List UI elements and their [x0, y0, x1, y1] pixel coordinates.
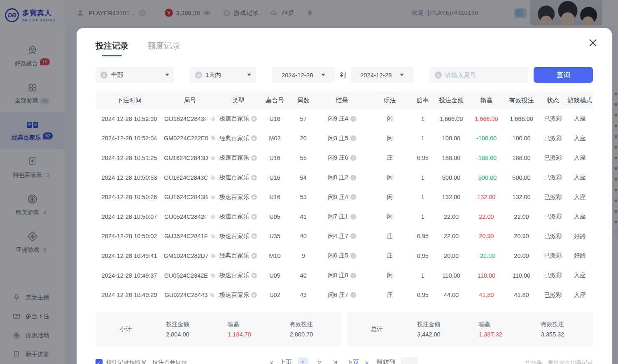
category-value: 全部 [111, 71, 123, 79]
copy-icon[interactable] [210, 214, 216, 220]
modal-tabs: 投注记录 额度记录 [96, 40, 593, 56]
next-page-button[interactable]: 下页 [347, 359, 359, 364]
play-video-icon[interactable]: ▶ [251, 253, 257, 259]
date-to-value: 2024-12-28 [360, 72, 392, 79]
copy-icon[interactable] [210, 273, 216, 278]
cell-valid: 500.00 [504, 174, 539, 181]
cell-bet: 188.00 [433, 155, 469, 161]
cell-odds: 1 [412, 213, 433, 220]
cell-valid: 188.00 [504, 155, 539, 161]
play-video-icon[interactable]: ▶ [251, 175, 257, 181]
cell-id: GU1624C2843F [163, 116, 217, 122]
info-icon[interactable]: i [350, 155, 356, 161]
info-icon[interactable]: i [350, 214, 356, 220]
total-count: 共26条 [525, 359, 542, 364]
copy-icon[interactable] [210, 175, 216, 181]
subtotal-valid-value: 2,800.70 [290, 331, 313, 338]
cell-round: 41 [290, 213, 317, 220]
cell-result: 闲7 庄1i [317, 213, 368, 220]
info-icon[interactable]: i [350, 175, 356, 181]
record-stats: 共26条 每页显示10条记录 [418, 359, 593, 364]
prev-page-button[interactable]: 上页 [280, 359, 292, 364]
copy-icon[interactable] [210, 292, 215, 298]
copy-icon[interactable] [210, 194, 216, 200]
cell-wl: -188.00 [469, 155, 504, 161]
tab-bet-records[interactable]: 投注记录 [96, 40, 128, 56]
cell-mode: 入座 [567, 134, 593, 142]
date-from-value: 2024-12-28 [282, 72, 313, 79]
cell-valid: 100.00 [504, 135, 539, 141]
merge-checkbox[interactable]: ✓ [96, 359, 103, 364]
column-header: 类型 [217, 97, 260, 104]
prev-arrow-icon[interactable]: < [270, 359, 274, 364]
cell-valid: 132.00 [504, 194, 539, 200]
info-icon[interactable]: i [350, 194, 356, 200]
copy-icon[interactable] [210, 135, 216, 141]
cell-bet: 44.00 [433, 292, 469, 298]
category-select[interactable]: ♠ 全部 [96, 67, 174, 83]
cell-odds: 1 [412, 116, 433, 122]
round-search-input[interactable] [445, 72, 523, 79]
cell-bet: 100.00 [433, 135, 469, 141]
date-from-picker[interactable]: 2024-12-28 [272, 67, 335, 83]
period-select[interactable]: ◷ 1天内 [190, 67, 256, 83]
play-video-icon[interactable]: ▶ [251, 273, 257, 278]
round-search-box: ◎ [430, 67, 528, 83]
play-video-icon[interactable]: ▶ [251, 194, 257, 200]
cell-status: 已派彩 [539, 291, 567, 299]
page-button-3[interactable]: 3 [331, 357, 341, 364]
play-video-icon[interactable]: ▶ [251, 292, 257, 298]
query-button[interactable]: 查询 [534, 67, 593, 83]
cell-type: 经典百家乐▶ [217, 252, 260, 260]
cell-type: 极速百家乐▶ [217, 213, 260, 220]
play-video-icon[interactable]: ▶ [251, 135, 257, 141]
next-arrow-icon[interactable]: > [365, 359, 369, 364]
info-icon[interactable]: i [350, 116, 356, 122]
cell-result: 闲8 庄0i [317, 271, 368, 279]
column-header: 输赢 [469, 97, 504, 104]
caret-down-icon [321, 74, 325, 76]
cell-odds: 1 [412, 135, 433, 141]
cell-time: 2024-12-28 10:51:25 [96, 155, 163, 161]
tab-quota-records[interactable]: 额度记录 [147, 40, 180, 56]
cell-id: GU0524C2842E [163, 272, 217, 279]
copy-icon[interactable] [210, 253, 216, 259]
table-row: 2024-12-28 10:50:26GU1624C2843B极速百家乐▶U16… [96, 187, 593, 207]
copy-icon[interactable] [210, 233, 216, 239]
close-icon[interactable] [586, 36, 599, 49]
summary-bar: 小计 投注金额 2,804.00 输赢 1,184.70 有效投注 2,800.… [96, 312, 593, 347]
page-button-1[interactable]: 1 [298, 357, 308, 364]
spade-icon: ♠ [100, 72, 107, 79]
cell-time: 2024-12-28 10:50:26 [96, 194, 163, 200]
info-icon[interactable]: i [350, 253, 356, 259]
cell-mode: 入座 [567, 271, 593, 279]
cell-id: GU0524C2842F [163, 213, 217, 220]
copy-icon[interactable] [210, 116, 216, 122]
cell-round: 9 [290, 253, 317, 259]
cell-time: 2024-12-28 10:50:53 [96, 174, 163, 181]
cell-result: 闲0 庄2i [317, 174, 368, 181]
play-video-icon[interactable]: ▶ [251, 233, 257, 239]
cell-time: 2024-12-28 10:49:29 [96, 292, 163, 298]
info-icon[interactable]: i [350, 273, 356, 278]
play-video-icon[interactable]: ▶ [251, 116, 257, 122]
cell-play: 闲 [367, 174, 412, 181]
play-video-icon[interactable]: ▶ [251, 214, 257, 220]
cell-result: 闲9 庄6i [317, 154, 368, 162]
cell-result: 闲9 庄4i [317, 193, 368, 201]
cell-status: 已派彩 [539, 193, 567, 201]
column-header: 赔率 [412, 97, 433, 104]
caret-down-icon [165, 74, 169, 76]
date-to-picker[interactable]: 2024-12-28 [351, 67, 413, 83]
cell-result: 闲9 庄4i [317, 115, 368, 123]
info-icon[interactable]: i [350, 292, 356, 298]
info-icon[interactable]: i [350, 233, 356, 239]
play-video-icon[interactable]: ▶ [251, 155, 257, 161]
copy-icon[interactable] [210, 155, 216, 161]
table-row: 2024-12-28 10:52:04GM0224C282E0经典百家乐▶M02… [96, 129, 593, 148]
cell-bet: 110.00 [433, 272, 469, 279]
page-button-2[interactable]: 2 [314, 357, 325, 364]
jump-to-input[interactable] [401, 357, 418, 364]
column-header: 下注时间 [96, 97, 163, 104]
info-icon[interactable]: i [350, 135, 356, 141]
